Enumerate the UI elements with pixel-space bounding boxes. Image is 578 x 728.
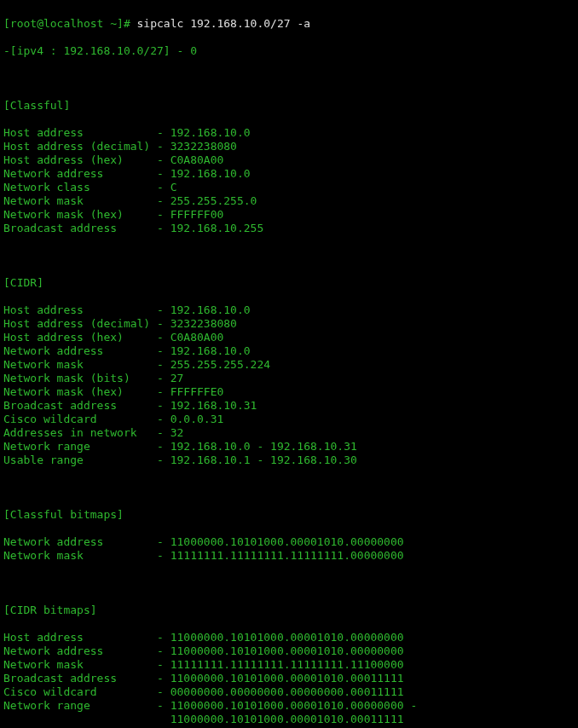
output-row: Host address (hex) - C0A80A00 (3, 331, 575, 344)
output-row: 11000000.10101000.00001010.00011111 (3, 713, 575, 726)
section-title-classful-bitmaps: [Classful bitmaps] (3, 508, 575, 522)
output-row: Host address (decimal) - 3232238080 (3, 317, 575, 331)
output-row: Host address - 11000000.10101000.0000101… (3, 631, 575, 644)
output-row: Network mask (hex) - FFFFFFE0 (3, 385, 575, 399)
section-classful-rows: Host address - 192.168.10.0Host address … (3, 126, 575, 235)
output-row: Host address (decimal) - 3232238080 (3, 140, 575, 153)
section-classful-bitmaps-rows: Network address - 11000000.10101000.0000… (3, 535, 575, 563)
output-row: Broadcast address - 11000000.10101000.00… (3, 672, 575, 685)
output-row: Network range - 192.168.10.0 - 192.168.1… (3, 440, 575, 454)
output-row: Network range - 11000000.10101000.000010… (3, 699, 575, 713)
section-title-cidr-bitmaps: [CIDR bitmaps] (3, 604, 575, 617)
output-row: Host address (hex) - C0A80A00 (3, 153, 575, 167)
command-text: sipcalc 192.168.10.0/27 -a (137, 17, 311, 30)
output-row: Network mask - 11111111.11111111.1111111… (3, 549, 575, 563)
output-row: Network mask (bits) - 27 (3, 372, 575, 385)
output-row: Cisco wildcard - 0.0.0.31 (3, 413, 575, 426)
output-row: Host address - 192.168.10.0 (3, 126, 575, 140)
output-header: -[ipv4 : 192.168.10.0/27] - 0 (3, 44, 575, 58)
output-row: Usable range - 192.168.10.1 - 192.168.10… (3, 454, 575, 467)
terminal-output: [root@localhost ~]# sipcalc 192.168.10.0… (0, 0, 578, 728)
output-row: Network mask (hex) - FFFFFF00 (3, 208, 575, 222)
output-row: Network address - 192.168.10.0 (3, 344, 575, 358)
output-row: Network address - 11000000.10101000.0000… (3, 644, 575, 658)
output-row: Network mask - 255.255.255.0 (3, 194, 575, 208)
section-cidr-rows: Host address - 192.168.10.0Host address … (3, 303, 575, 467)
output-row: Network mask - 11111111.11111111.1111111… (3, 658, 575, 672)
output-row: Cisco wildcard - 00000000.00000000.00000… (3, 685, 575, 699)
output-row: Network class - C (3, 181, 575, 194)
output-row: Host address - 192.168.10.0 (3, 303, 575, 317)
section-cidr-bitmaps-rows: Host address - 11000000.10101000.0000101… (3, 631, 575, 728)
prompt-user-host: [root@localhost ~]# (3, 17, 130, 30)
output-row: Addresses in network - 32 (3, 426, 575, 440)
section-title-classful: [Classful] (3, 99, 575, 113)
output-row: Network address - 192.168.10.0 (3, 167, 575, 181)
prompt-line[interactable]: [root@localhost ~]# sipcalc 192.168.10.0… (3, 17, 575, 31)
output-row: Network address - 11000000.10101000.0000… (3, 535, 575, 549)
output-row: Broadcast address - 192.168.10.31 (3, 399, 575, 413)
section-title-cidr: [CIDR] (3, 276, 575, 290)
output-row: Network mask - 255.255.255.224 (3, 358, 575, 372)
output-row: Broadcast address - 192.168.10.255 (3, 222, 575, 235)
